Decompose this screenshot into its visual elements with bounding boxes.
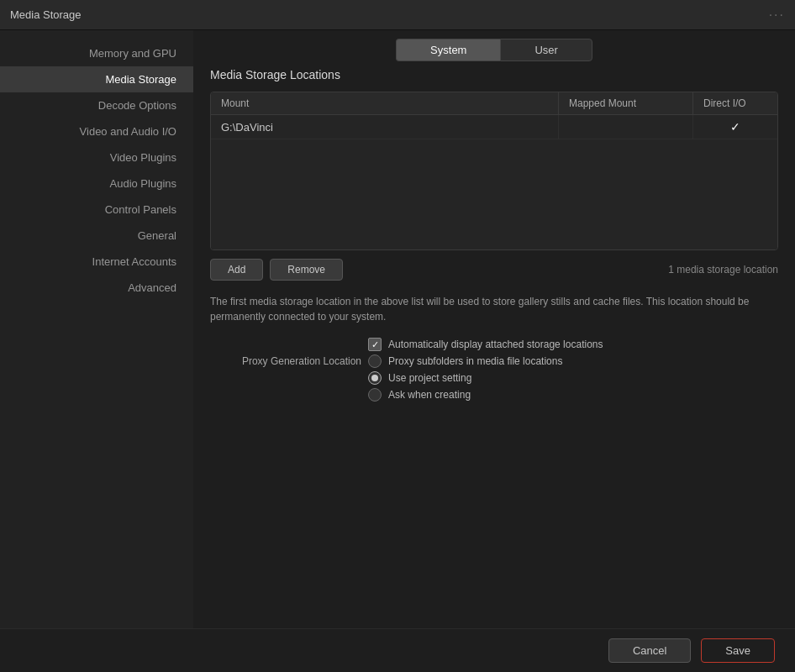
sidebar-item-internet-accounts[interactable]: Internet Accounts <box>0 249 193 275</box>
table-row[interactable]: G:\DaVinci ✓ <box>211 115 777 139</box>
cell-mount: G:\DaVinci <box>211 115 559 139</box>
sidebar-item-audio-plugins[interactable]: Audio Plugins <box>0 171 193 197</box>
sidebar-item-general[interactable]: General <box>0 223 193 249</box>
description-text: The first media storage location in the … <box>210 294 778 324</box>
table-header: Mount Mapped Mount Direct I/O <box>211 92 777 115</box>
proxy-radio-project-wrapper[interactable]: Use project setting <box>368 371 471 385</box>
window-menu-icon[interactable]: ··· <box>769 8 785 23</box>
tab-system[interactable]: System <box>396 39 500 61</box>
checkbox-row: Automatically display attached storage l… <box>210 338 778 351</box>
buttons-row: Add Remove 1 media storage location <box>210 259 778 281</box>
sidebar-item-advanced[interactable]: Advanced <box>0 275 193 301</box>
direct-io-check: ✓ <box>730 120 740 134</box>
proxy-row-3: Ask when creating <box>210 388 778 402</box>
sidebar-item-video-audio-io[interactable]: Video and Audio I/O <box>0 118 193 144</box>
save-button[interactable]: Save <box>701 638 775 663</box>
sidebar-item-media-storage[interactable]: Media Storage <box>0 66 193 92</box>
cell-direct-io: ✓ <box>693 115 777 139</box>
proxy-subfolders-label: Proxy subfolders in media file locations <box>388 355 562 367</box>
col-direct-io: Direct I/O <box>693 92 777 114</box>
proxy-row-1: Proxy Generation Location Proxy subfolde… <box>210 354 778 368</box>
sidebar-item-video-plugins[interactable]: Video Plugins <box>0 144 193 171</box>
content-area: Memory and GPU Media Storage Decode Opti… <box>0 30 795 628</box>
col-mapped-mount: Mapped Mount <box>559 92 693 114</box>
window: Media Storage ··· Memory and GPU Media S… <box>0 0 795 672</box>
remove-button[interactable]: Remove <box>270 259 343 281</box>
cancel-button[interactable]: Cancel <box>608 638 691 663</box>
sidebar-item-control-panels[interactable]: Control Panels <box>0 197 193 223</box>
table-body: G:\DaVinci ✓ <box>211 115 777 249</box>
storage-table: Mount Mapped Mount Direct I/O G:\DaVinci… <box>210 92 778 250</box>
proxy-option-1: Proxy subfolders in media file locations <box>368 354 562 368</box>
proxy-radio-ask[interactable] <box>368 388 382 402</box>
proxy-radio-subfolders[interactable] <box>368 354 382 368</box>
add-button[interactable]: Add <box>210 259 263 281</box>
titlebar: Media Storage ··· <box>0 0 795 30</box>
proxy-row-2: Use project setting <box>210 371 778 385</box>
sidebar: Memory and GPU Media Storage Decode Opti… <box>0 30 193 628</box>
panel: Media Storage Locations Mount Mapped Mou… <box>193 68 795 628</box>
proxy-radio-ask-wrapper[interactable]: Ask when creating <box>368 388 471 402</box>
main-content: System User Media Storage Locations Moun… <box>193 30 795 628</box>
tab-user[interactable]: User <box>500 39 592 61</box>
auto-display-label: Automatically display attached storage l… <box>388 339 603 350</box>
options-section: Automatically display attached storage l… <box>210 338 778 402</box>
proxy-label: Proxy Generation Location <box>210 355 361 367</box>
proxy-option-3: Ask when creating <box>368 388 471 402</box>
cell-mapped-mount <box>559 115 693 139</box>
proxy-ask-label: Ask when creating <box>388 389 471 401</box>
proxy-radio-subfolders-wrapper[interactable]: Proxy subfolders in media file locations <box>368 354 562 368</box>
sidebar-item-memory-gpu[interactable]: Memory and GPU <box>0 40 193 66</box>
sidebar-item-decode-options[interactable]: Decode Options <box>0 92 193 118</box>
auto-display-checkbox[interactable] <box>368 338 382 351</box>
footer: Cancel Save <box>0 628 795 672</box>
auto-display-checkbox-wrapper[interactable]: Automatically display attached storage l… <box>368 338 603 351</box>
tab-bar: System User <box>193 30 795 68</box>
storage-count: 1 media storage location <box>668 264 778 276</box>
panel-title: Media Storage Locations <box>210 68 778 81</box>
window-title: Media Storage <box>10 8 82 21</box>
checkbox-control: Automatically display attached storage l… <box>368 338 603 351</box>
col-mount: Mount <box>211 92 559 114</box>
proxy-project-label: Use project setting <box>388 372 471 384</box>
proxy-radio-project[interactable] <box>368 371 382 385</box>
proxy-option-2: Use project setting <box>368 371 471 385</box>
